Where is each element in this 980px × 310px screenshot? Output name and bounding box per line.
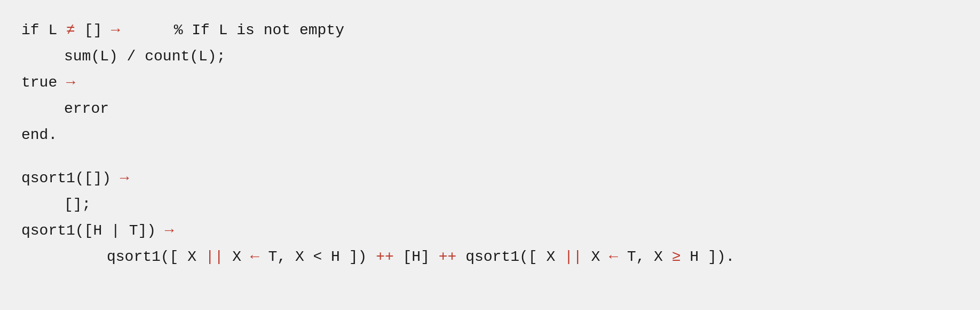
code-token: → bbox=[120, 165, 129, 191]
code-line-line6: qsort1([]) → bbox=[21, 165, 959, 191]
code-token: []; bbox=[64, 191, 91, 218]
code-token: error bbox=[64, 96, 109, 122]
code-token: ++ bbox=[376, 244, 394, 270]
code-block: if L ≠ [] → % If L is not emptysum(L) / … bbox=[0, 0, 980, 310]
code-token: ← bbox=[609, 244, 618, 270]
code-token: T, X < H ]) bbox=[259, 244, 376, 270]
code-token: → bbox=[165, 218, 174, 244]
code-line-line1: if L ≠ [] → % If L is not empty bbox=[21, 17, 959, 43]
code-token: → bbox=[111, 17, 120, 43]
code-token: T, X bbox=[618, 244, 672, 270]
code-token: end. bbox=[21, 122, 57, 148]
code-token: qsort1([H | T]) bbox=[21, 218, 165, 244]
code-line-line7: []; bbox=[21, 191, 959, 218]
blank-line bbox=[21, 148, 959, 165]
code-line-line8: qsort1([H | T]) → bbox=[21, 218, 959, 244]
code-token: % If L is not empty bbox=[120, 17, 344, 43]
code-token: ← bbox=[250, 244, 259, 270]
code-token: ≥ bbox=[672, 244, 681, 270]
code-line-line5: end. bbox=[21, 122, 959, 148]
code-token: ++ bbox=[439, 244, 457, 270]
code-token: qsort1([ X bbox=[456, 244, 564, 270]
code-token: || bbox=[564, 244, 582, 270]
code-token: H ]). bbox=[681, 244, 734, 270]
code-line-line9: qsort1([ X || X ← T, X < H ]) ++ [H] ++ … bbox=[21, 244, 959, 270]
code-token: ≠ bbox=[66, 17, 75, 43]
code-line-line2: sum(L) / count(L); bbox=[21, 43, 959, 69]
code-token: X bbox=[582, 244, 609, 270]
code-token: qsort1([ X bbox=[107, 244, 206, 270]
code-token: || bbox=[206, 244, 224, 270]
code-token: if L bbox=[21, 17, 66, 43]
code-token: true bbox=[21, 69, 66, 96]
code-token: sum(L) / count(L); bbox=[64, 43, 225, 69]
code-line-line4: error bbox=[21, 96, 959, 122]
code-token: X bbox=[223, 244, 250, 270]
code-line-line3: true → bbox=[21, 69, 959, 96]
code-token: [H] bbox=[394, 244, 439, 270]
code-token: → bbox=[66, 69, 75, 96]
code-token: qsort1([]) bbox=[21, 165, 120, 191]
code-token: [] bbox=[75, 17, 111, 43]
